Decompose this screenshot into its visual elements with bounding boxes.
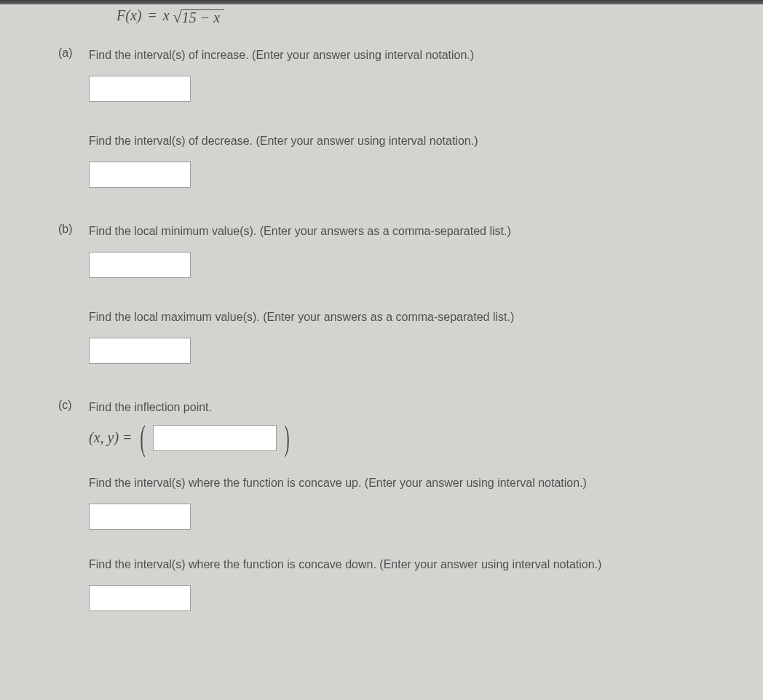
lhs: F(x) bbox=[116, 7, 141, 23]
open-paren-icon: ( bbox=[140, 423, 145, 453]
part-b-prompt-max: Find the local maximum value(s). (Enter … bbox=[89, 309, 763, 326]
function-definition: F(x) = x √ 15 − x bbox=[116, 7, 763, 25]
part-a-prompt-decrease: Find the interval(s) of decrease. (Enter… bbox=[89, 132, 763, 150]
local-max-input[interactable] bbox=[89, 338, 191, 364]
equals-sign: = bbox=[148, 7, 156, 23]
concave-up-input[interactable] bbox=[89, 504, 191, 530]
question-page: F(x) = x √ 15 − x (a) Find the interval(… bbox=[29, 4, 763, 611]
interval-increase-input[interactable] bbox=[89, 76, 191, 102]
radical-symbol: √ bbox=[173, 10, 182, 25]
interval-decrease-input[interactable] bbox=[89, 162, 191, 188]
inflection-point-row: (x, y) = ( ) bbox=[89, 423, 763, 453]
xy-label: (x, y) = bbox=[89, 429, 133, 446]
part-b: (b) Find the local minimum value(s). (En… bbox=[58, 223, 763, 364]
radicand: 15 − x bbox=[181, 9, 224, 25]
part-c-prompt-inflection: Find the inflection point. bbox=[89, 399, 763, 416]
sqrt-expression: √ 15 − x bbox=[173, 9, 224, 25]
part-a-label: (a) bbox=[58, 47, 80, 60]
local-min-input[interactable] bbox=[89, 252, 191, 278]
part-c-prompt-concave-up: Find the interval(s) where the function … bbox=[89, 474, 763, 492]
part-a: (a) Find the interval(s) of increase. (E… bbox=[58, 47, 763, 188]
part-c-label: (c) bbox=[58, 399, 80, 412]
inflection-point-input[interactable] bbox=[153, 425, 277, 451]
part-c-prompt-concave-down: Find the interval(s) where the function … bbox=[89, 556, 763, 573]
factor-x: x bbox=[163, 7, 170, 23]
concave-down-input[interactable] bbox=[89, 585, 191, 611]
close-paren-icon: ) bbox=[284, 423, 289, 453]
part-b-prompt-min: Find the local minimum value(s). (Enter … bbox=[89, 223, 763, 240]
part-b-label: (b) bbox=[58, 223, 80, 236]
part-a-prompt-increase: Find the interval(s) of increase. (Enter… bbox=[89, 47, 763, 64]
part-c: (c) Find the inflection point. (x, y) = … bbox=[58, 399, 763, 611]
